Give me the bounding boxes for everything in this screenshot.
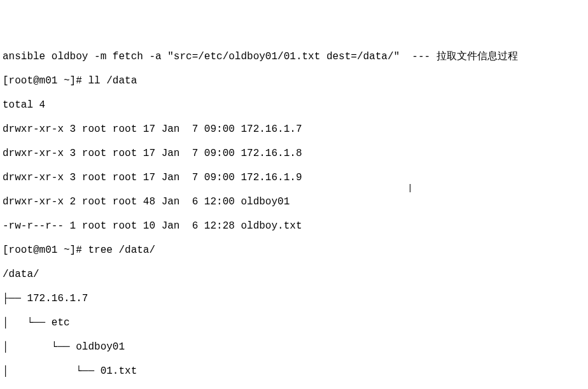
ll-row: drwxr-xr-x 3 root root 17 Jan 7 09:00 17…: [3, 172, 585, 184]
ll-row: drwxr-xr-x 2 root root 48 Jan 6 12:00 ol…: [3, 196, 585, 208]
ll-row: drwxr-xr-x 3 root root 17 Jan 7 09:00 17…: [3, 148, 585, 160]
tree-line: │ └── etc: [3, 317, 585, 329]
tree-line: ├── 172.16.1.7: [3, 293, 585, 305]
tree-line: │ └── oldboy01: [3, 341, 585, 353]
ll-total: total 4: [3, 99, 585, 111]
prompt-tree: [root@m01 ~]# tree /data/: [3, 244, 585, 257]
prompt-ll-data: [root@m01 ~]# ll /data: [3, 75, 585, 87]
tree-root: /data/: [3, 269, 585, 281]
text-cursor-icon: I: [409, 183, 412, 195]
ll-row: -rw-r--r-- 1 root root 10 Jan 6 12:28 ol…: [3, 220, 585, 232]
ll-row: drwxr-xr-x 3 root root 17 Jan 7 09:00 17…: [3, 124, 585, 136]
cmd-line-ansible: ansible oldboy -m fetch -a "src=/etc/old…: [3, 51, 585, 63]
tree-line: │ └── 01.txt: [3, 365, 585, 378]
